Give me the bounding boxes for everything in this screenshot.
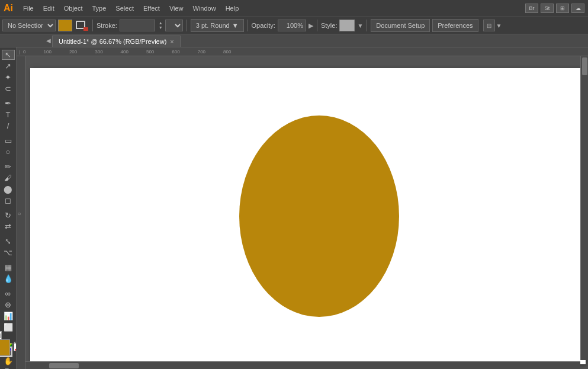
align-dropdown[interactable]: ▼ [496, 23, 502, 29]
scrollbar-horizontal[interactable] [25, 361, 580, 369]
separator-1 [92, 20, 93, 31]
magicwand-tool[interactable]: ✦ [2, 72, 15, 82]
hand-tool[interactable]: ✋ [2, 356, 15, 366]
fill-color-box[interactable] [0, 339, 10, 356]
ruler-tick: 300 [95, 49, 102, 54]
warp-tool[interactable]: ⌥ [2, 248, 15, 258]
menu-object[interactable]: Object [60, 4, 87, 13]
line-tool[interactable]: / [2, 121, 15, 131]
opacity-expand[interactable]: ▶ [309, 22, 313, 30]
style-swatch[interactable] [339, 20, 355, 31]
gradient-tool[interactable]: ▦ [2, 262, 15, 272]
ruler-horizontal: | 0 100 200 300 400 500 600 700 800 [17, 47, 588, 56]
blend-tool[interactable]: ∞ [2, 288, 15, 299]
scale-tool[interactable]: ⤡ [2, 236, 15, 246]
menu-edit[interactable]: Edit [39, 4, 59, 13]
eraser-tool[interactable]: ◻ [2, 195, 15, 206]
tab-title: Untitled-1* @ 66.67% (RGB/Preview) [59, 38, 166, 45]
menu-window[interactable]: Window [189, 4, 220, 13]
scrollbar-thumb-h[interactable] [49, 363, 79, 368]
style-dropdown-arrow[interactable]: ▼ [357, 23, 363, 29]
stroke-units-dropdown[interactable]: pt [165, 20, 183, 31]
options-toolbar: No Selection Stroke: ▲▼ pt 3 pt. Round ▼… [0, 17, 588, 34]
opacity-label: Opacity: [252, 22, 275, 29]
ruler-tick: 800 [223, 49, 231, 54]
menu-effect[interactable]: Effect [139, 4, 164, 13]
vruler-0: 0 [17, 213, 22, 215]
eyedropper-tool[interactable]: 💧 [2, 274, 15, 284]
ruler-vertical: 0 100 200 300 400 [17, 56, 25, 369]
lasso-tool[interactable]: ⊂ [2, 84, 15, 94]
ellipse-tool[interactable]: ○ [2, 147, 15, 157]
ruler-tick: 0 [23, 49, 25, 54]
menu-file[interactable]: File [19, 4, 38, 13]
separator-3 [248, 20, 248, 31]
align-button[interactable]: ⊟ [483, 20, 495, 31]
preferences-button[interactable]: Preferences [432, 19, 478, 32]
app-logo: Ai [4, 3, 13, 14]
graph-tool[interactable]: 📊 [2, 311, 15, 321]
menu-view[interactable]: View [165, 4, 188, 13]
cloud-icon[interactable]: ☁ [571, 4, 584, 13]
panel-toggle[interactable]: ◀ [46, 37, 51, 44]
stroke-color-indicator[interactable] [75, 20, 89, 31]
style-label: Style: [321, 22, 338, 29]
artboard [30, 68, 586, 364]
default-colors-button[interactable] [0, 331, 2, 339]
fill-color-swatch[interactable] [58, 20, 72, 31]
stroke-pts-display[interactable]: 3 pt. Round ▼ [191, 19, 244, 32]
separator-4 [317, 20, 317, 31]
rect-tool[interactable]: ▭ [2, 136, 15, 146]
document-tab[interactable]: Untitled-1* @ 66.67% (RGB/Preview) × [52, 36, 181, 47]
directselect-tool[interactable]: ↗ [2, 61, 15, 71]
selection-dropdown[interactable]: No Selection [2, 20, 56, 31]
ruler-tick: 700 [198, 49, 205, 54]
stroke-label: Stroke: [97, 22, 117, 29]
rotate-tool[interactable]: ↻ [2, 210, 15, 220]
opacity-input[interactable] [278, 20, 306, 31]
stroke-input[interactable] [120, 20, 155, 31]
ruler-tick: 200 [69, 49, 77, 54]
app-icons-area: Br St ⊞ ☁ [525, 4, 584, 13]
main-area: ↖ ↗ ✦ ⊂ ✒ T / ▭ ○ ✏ 🖌 ⬤ ◻ ↻ ⇄ ⤡ ⌥ ▦ 💧 ∞ … [0, 47, 588, 369]
blobbrush-tool[interactable]: ⬤ [2, 184, 15, 194]
scrollbar-vertical[interactable] [580, 56, 588, 360]
align-icons: ⊟ ▼ [483, 20, 502, 31]
brush-tool[interactable]: 🖌 [2, 173, 15, 183]
separator-5 [367, 20, 367, 31]
selection-tool[interactable]: ↖ [2, 50, 15, 60]
scrollbar-thumb-v[interactable] [582, 57, 587, 75]
symbol-tool[interactable]: ⊕ [2, 300, 15, 310]
ruler-tick: 400 [121, 49, 128, 54]
pen-tool[interactable]: ✒ [2, 98, 15, 108]
grid-icon[interactable]: ⊞ [556, 4, 569, 13]
type-tool[interactable]: T [2, 110, 15, 120]
ruler-tick: 100 [44, 49, 52, 54]
document-setup-button[interactable]: Document Setup [371, 19, 430, 32]
ellipse-shape [239, 115, 399, 317]
canvas-area: | 0 100 200 300 400 500 600 700 800 0 10… [17, 47, 588, 369]
tab-bar: ◀ Untitled-1* @ 66.67% (RGB/Preview) × [0, 34, 588, 47]
menu-bar: Ai File Edit Object Type Select Effect V… [0, 0, 588, 17]
pencil-tool[interactable]: ✏ [2, 162, 15, 172]
artboard-tool[interactable]: ⬜ [2, 322, 15, 332]
menu-type[interactable]: Type [88, 4, 111, 13]
stroke-spinner[interactable]: ▲▼ [159, 21, 163, 30]
stroke-pts-arrow: ▼ [232, 22, 239, 29]
reflect-tool[interactable]: ⇄ [2, 222, 15, 232]
separator-2 [187, 20, 187, 31]
canvas-with-vruler: 0 100 200 300 400 [17, 56, 588, 369]
left-toolbar: ↖ ↗ ✦ ⊂ ✒ T / ▭ ○ ✏ 🖌 ⬤ ◻ ↻ ⇄ ⤡ ⌥ ▦ 💧 ∞ … [0, 47, 17, 369]
menu-help[interactable]: Help [221, 4, 243, 13]
menu-select[interactable]: Select [111, 4, 138, 13]
bridge-icon[interactable]: Br [525, 4, 538, 13]
artboard-container [25, 56, 588, 369]
ruler-tick: 600 [172, 49, 179, 54]
ruler-tick: 500 [146, 49, 154, 54]
stroke-pts-label: 3 pt. Round [196, 22, 230, 29]
tab-close-button[interactable]: × [170, 38, 173, 45]
stock-icon[interactable]: St [541, 4, 554, 13]
